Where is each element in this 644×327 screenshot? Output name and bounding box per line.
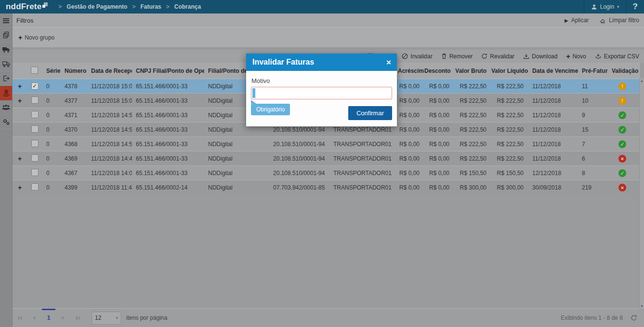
sidebar bbox=[0, 14, 13, 327]
app-logo[interactable]: nddFrete bbox=[6, 2, 48, 12]
row-checkbox[interactable] bbox=[31, 154, 39, 162]
breadcrumb-cobranca[interactable]: Cobrança bbox=[174, 3, 201, 10]
cell-pre_fatura: 6 bbox=[578, 151, 608, 166]
cell-valor_liquido: R$ 222,50 bbox=[491, 94, 528, 108]
cell-desconto: R$ 0,00 bbox=[424, 79, 454, 94]
sidebar-item-truck-outline[interactable] bbox=[0, 57, 12, 71]
apply-filter-button[interactable]: ▶ Aplicar bbox=[565, 17, 589, 24]
motivo-input[interactable] bbox=[251, 87, 392, 99]
col-valor-liquido[interactable]: Valor Líquido bbox=[491, 63, 528, 79]
trash-icon bbox=[441, 53, 447, 59]
cell-filial: NDDigital bbox=[204, 166, 269, 180]
download-icon bbox=[523, 53, 529, 59]
pagination-footer: 1 12 ▾ itens por página Exibindo itens 1… bbox=[13, 308, 644, 327]
sidebar-item-logout[interactable] bbox=[0, 71, 12, 86]
filters-title: Filtros bbox=[16, 17, 33, 24]
col-acrescimo[interactable]: Acréscimo bbox=[398, 63, 424, 79]
cell-desconto: R$ 0,00 bbox=[424, 94, 454, 108]
table-row[interactable]: +0439911/12/2018 11:4865.151.466/0002-14… bbox=[13, 180, 640, 195]
expand-row-button[interactable]: + bbox=[18, 82, 22, 90]
new-group-button[interactable]: + Novo grupo bbox=[18, 34, 54, 41]
row-checkbox[interactable] bbox=[31, 125, 39, 133]
cell-vencimento: 11/12/2018 bbox=[528, 123, 578, 137]
table-row[interactable]: 0436811/12/2018 14:5265.151.466/0001-33N… bbox=[13, 137, 640, 151]
cell-serie: 0 bbox=[42, 180, 61, 195]
col-numero[interactable]: Número bbox=[61, 63, 87, 79]
help-icon: ? bbox=[633, 2, 638, 12]
sidebar-item-users[interactable] bbox=[0, 100, 12, 115]
col-desconto[interactable]: Desconto bbox=[424, 63, 454, 79]
sidebar-item-settings[interactable] bbox=[0, 115, 12, 129]
next-page-button[interactable] bbox=[56, 309, 70, 327]
vertical-scrollbar[interactable]: ▲ ▼ bbox=[639, 78, 644, 309]
page-number-button[interactable]: 1 bbox=[41, 309, 56, 327]
login-button[interactable]: Login ▾ bbox=[584, 0, 626, 14]
revalidate-label: Revalidar bbox=[490, 53, 514, 60]
confirm-button[interactable]: Confirmar bbox=[348, 106, 392, 120]
clear-filter-button[interactable]: Limpar filtro bbox=[599, 17, 639, 24]
prev-page-button[interactable] bbox=[27, 309, 41, 327]
user-icon bbox=[591, 4, 597, 10]
filter-groups-row: + Novo grupo bbox=[13, 27, 644, 48]
table-row[interactable]: 0436711/12/2018 14:0265.151.466/0001-33N… bbox=[13, 166, 640, 180]
col-pre-fatura[interactable]: Pré-Fatura bbox=[578, 63, 608, 79]
validation-status-icon: ✓ bbox=[618, 169, 626, 177]
remove-button[interactable]: Remover bbox=[441, 53, 473, 60]
col-serie[interactable]: Série bbox=[42, 63, 61, 79]
row-checkbox[interactable] bbox=[31, 111, 39, 118]
cell-valor_liquido: R$ 300,00 bbox=[491, 180, 528, 195]
download-button[interactable]: Download bbox=[523, 53, 557, 60]
first-page-button[interactable] bbox=[13, 309, 27, 327]
close-icon[interactable]: × bbox=[386, 58, 391, 67]
col-validacao[interactable]: Validação bbox=[608, 63, 640, 79]
cell-valor_liquido: R$ 222,50 bbox=[491, 108, 528, 123]
new-label: Novo bbox=[573, 53, 586, 60]
cell-recepcao: 11/12/2018 15:04 bbox=[87, 94, 132, 108]
last-page-button[interactable] bbox=[70, 309, 85, 327]
sidebar-item-menu[interactable] bbox=[0, 14, 12, 28]
expand-row-button[interactable]: + bbox=[18, 184, 22, 191]
sidebar-item-billing[interactable] bbox=[0, 86, 12, 100]
expand-row-button[interactable]: + bbox=[18, 97, 22, 105]
page-size-value: 12 bbox=[95, 314, 101, 321]
row-checkbox[interactable]: ✓ bbox=[31, 82, 39, 90]
cell-vencimento: 11/12/2018 bbox=[528, 79, 578, 94]
row-checkbox[interactable] bbox=[31, 140, 39, 147]
invalidate-button[interactable]: Invalidar bbox=[402, 53, 432, 60]
refresh-icon bbox=[481, 53, 487, 59]
table-row[interactable]: +0436911/12/2018 14:4965.151.466/0001-33… bbox=[13, 151, 640, 166]
col-cnpj-filial[interactable]: CNPJ Filial/Ponto de Operação bbox=[132, 63, 204, 79]
sidebar-item-truck[interactable] bbox=[0, 42, 12, 57]
checkbox-cell: ✓ bbox=[27, 79, 42, 94]
next-page-icon bbox=[61, 315, 66, 320]
breadcrumb-faturas[interactable]: Faturas bbox=[140, 3, 161, 10]
export-csv-label: Exportar CSV bbox=[604, 53, 639, 60]
cell-serie: 0 bbox=[42, 137, 61, 151]
expand-cell: + bbox=[13, 180, 27, 195]
row-checkbox[interactable] bbox=[31, 183, 39, 191]
new-button[interactable]: + Novo bbox=[566, 53, 586, 60]
cell-numero: 4399 bbox=[61, 180, 87, 195]
col-data-recepcao[interactable]: Data de Recepção↓ bbox=[87, 63, 132, 79]
cell-acrescimo: R$ 0,00 bbox=[398, 123, 424, 137]
cell-cnpj_filial: 65.151.466/0001-33 bbox=[132, 137, 204, 151]
breadcrumb-gestao[interactable]: Gestão de Pagamento bbox=[66, 3, 127, 10]
col-valor-bruto[interactable]: Valor Bruto bbox=[454, 63, 491, 79]
cell-transportador: TRANSPORTADOR01 bbox=[329, 166, 398, 180]
export-csv-button[interactable]: Exportar CSV bbox=[595, 53, 639, 60]
page-size-select[interactable]: 12 ▾ bbox=[92, 312, 121, 325]
export-icon bbox=[595, 53, 602, 59]
help-button[interactable]: ? bbox=[627, 0, 644, 14]
last-page-icon bbox=[75, 315, 80, 321]
row-checkbox[interactable] bbox=[31, 96, 39, 104]
select-all-checkbox[interactable] bbox=[31, 67, 38, 74]
refresh-button[interactable] bbox=[631, 314, 637, 321]
row-checkbox[interactable] bbox=[31, 169, 39, 176]
active-page-indicator bbox=[42, 309, 55, 310]
cell-cnpj_filial: 65.151.466/0001-33 bbox=[132, 79, 204, 94]
col-data-vencimento[interactable]: Data de Vencimento bbox=[528, 63, 578, 79]
expand-row-button[interactable]: + bbox=[18, 155, 22, 163]
sidebar-item-documents[interactable] bbox=[0, 28, 12, 42]
revalidate-button[interactable]: Revalidar bbox=[481, 53, 514, 60]
cell-valor_liquido: R$ 150,50 bbox=[491, 166, 528, 180]
